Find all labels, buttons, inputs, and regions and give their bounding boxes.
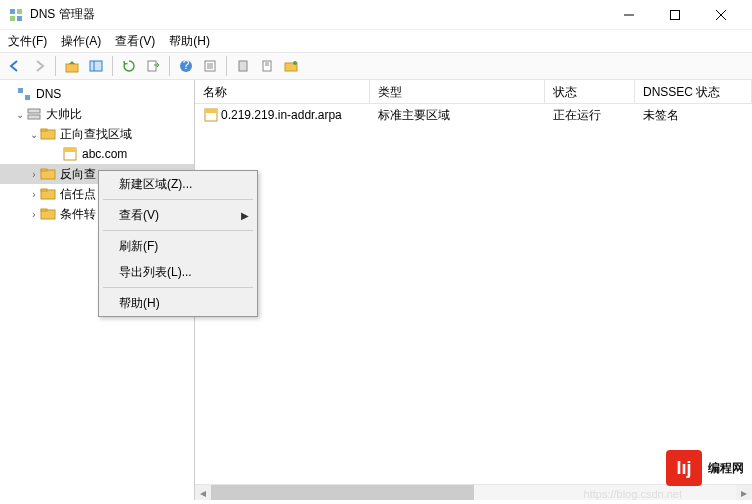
menu-item-label: 刷新(F) <box>119 238 158 255</box>
menu-separator <box>103 230 253 231</box>
svg-rect-27 <box>28 115 40 119</box>
tree-label: 大帅比 <box>46 106 82 123</box>
svg-rect-18 <box>239 61 247 71</box>
toolbar-separator <box>112 56 113 76</box>
new-item-button[interactable] <box>256 55 278 77</box>
menu-view[interactable]: 查看(V) <box>115 33 155 50</box>
tree-forward-zone-item[interactable]: abc.com <box>0 144 194 164</box>
svg-rect-11 <box>148 61 156 71</box>
toolbar-separator <box>169 56 170 76</box>
window-controls <box>606 0 744 30</box>
chevron-down-icon[interactable]: ⌄ <box>14 109 26 120</box>
chevron-right-icon[interactable]: › <box>28 189 40 200</box>
svg-rect-3 <box>17 16 22 21</box>
filter-button[interactable] <box>232 55 254 77</box>
watermark-logo-icon: lıj <box>666 450 702 486</box>
menu-new-zone[interactable]: 新建区域(Z)... <box>99 171 257 197</box>
refresh-button[interactable] <box>118 55 140 77</box>
tool-button[interactable] <box>280 55 302 77</box>
cell-status: 正在运行 <box>545 105 635 126</box>
faded-url: https://blog.csdn.net <box>584 488 682 500</box>
properties-button[interactable] <box>199 55 221 77</box>
svg-rect-25 <box>25 95 30 100</box>
svg-rect-24 <box>18 88 23 93</box>
svg-rect-5 <box>671 10 680 19</box>
chevron-right-icon[interactable]: › <box>28 169 40 180</box>
svg-rect-0 <box>10 9 15 14</box>
svg-rect-33 <box>41 169 47 171</box>
menu-item-label: 查看(V) <box>119 207 159 224</box>
list-panel: 名称 类型 状态 DNSSEC 状态 0.219.219.in-addr.arp… <box>195 80 752 500</box>
up-folder-button[interactable] <box>61 55 83 77</box>
watermark: lıj 编程网 <box>666 450 744 486</box>
tree-label: 信任点 <box>60 186 96 203</box>
toolbar-separator <box>226 56 227 76</box>
tree-root-dns[interactable]: DNS <box>0 84 194 104</box>
help-button[interactable]: ? <box>175 55 197 77</box>
menu-help[interactable]: 帮助(H) <box>169 33 210 50</box>
toolbar-separator <box>55 56 56 76</box>
col-name[interactable]: 名称 <box>195 80 370 103</box>
zone-icon <box>203 107 219 123</box>
close-button[interactable] <box>698 0 744 30</box>
svg-rect-2 <box>10 16 15 21</box>
menu-item-label: 新建区域(Z)... <box>119 176 192 193</box>
svg-rect-8 <box>66 64 78 72</box>
cell-type: 标准主要区域 <box>370 105 545 126</box>
app-icon <box>8 7 24 23</box>
tree-label: 条件转 <box>60 206 96 223</box>
menu-view[interactable]: 查看(V)▶ <box>99 202 257 228</box>
tree-label: 正向查找区域 <box>60 126 132 143</box>
col-status[interactable]: 状态 <box>545 80 635 103</box>
menu-refresh[interactable]: 刷新(F) <box>99 233 257 259</box>
scroll-thumb[interactable] <box>211 485 474 500</box>
svg-rect-9 <box>90 61 102 71</box>
svg-rect-35 <box>41 189 47 191</box>
show-tree-button[interactable] <box>85 55 107 77</box>
svg-rect-26 <box>28 109 40 113</box>
col-type[interactable]: 类型 <box>370 80 545 103</box>
menu-help[interactable]: 帮助(H) <box>99 290 257 316</box>
folder-icon <box>40 206 56 222</box>
folder-icon <box>40 186 56 202</box>
tree-forward-zones[interactable]: ⌄ 正向查找区域 <box>0 124 194 144</box>
svg-rect-39 <box>205 109 217 113</box>
chevron-right-icon[interactable]: › <box>28 209 40 220</box>
list-row[interactable]: 0.219.219.in-addr.arpa 标准主要区域 正在运行 未签名 <box>195 104 752 126</box>
folder-icon <box>40 126 56 142</box>
back-button[interactable] <box>4 55 26 77</box>
folder-icon <box>40 166 56 182</box>
title-bar: DNS 管理器 <box>0 0 752 30</box>
zone-icon <box>62 146 78 162</box>
svg-point-23 <box>293 61 297 65</box>
maximize-button[interactable] <box>652 0 698 30</box>
svg-rect-37 <box>41 209 47 211</box>
menu-bar: 文件(F) 操作(A) 查看(V) 帮助(H) <box>0 30 752 52</box>
chevron-right-icon: ▶ <box>241 210 249 221</box>
dns-icon <box>16 86 32 102</box>
tree-label: DNS <box>36 87 61 101</box>
menu-export[interactable]: 导出列表(L)... <box>99 259 257 285</box>
menu-file[interactable]: 文件(F) <box>8 33 47 50</box>
menu-action[interactable]: 操作(A) <box>61 33 101 50</box>
chevron-down-icon[interactable]: ⌄ <box>28 129 40 140</box>
scroll-right-icon[interactable]: ▸ <box>736 485 752 501</box>
svg-rect-1 <box>17 9 22 14</box>
forward-button[interactable] <box>28 55 50 77</box>
cell-dnssec: 未签名 <box>635 105 752 126</box>
col-dnssec[interactable]: DNSSEC 状态 <box>635 80 752 103</box>
cell-name: 0.219.219.in-addr.arpa <box>195 105 370 125</box>
list-body[interactable]: 0.219.219.in-addr.arpa 标准主要区域 正在运行 未签名 <box>195 104 752 484</box>
menu-item-label: 帮助(H) <box>119 295 160 312</box>
svg-rect-31 <box>64 148 76 152</box>
window-title: DNS 管理器 <box>30 6 606 23</box>
scroll-left-icon[interactable]: ◂ <box>195 485 211 501</box>
tree-label: 反向查 <box>60 166 96 183</box>
cell-name-text: 0.219.219.in-addr.arpa <box>221 108 342 122</box>
minimize-button[interactable] <box>606 0 652 30</box>
tree-server[interactable]: ⌄ 大帅比 <box>0 104 194 124</box>
context-menu: 新建区域(Z)... 查看(V)▶ 刷新(F) 导出列表(L)... 帮助(H) <box>98 170 258 317</box>
svg-text:?: ? <box>183 59 190 72</box>
menu-separator <box>103 199 253 200</box>
export-button[interactable] <box>142 55 164 77</box>
